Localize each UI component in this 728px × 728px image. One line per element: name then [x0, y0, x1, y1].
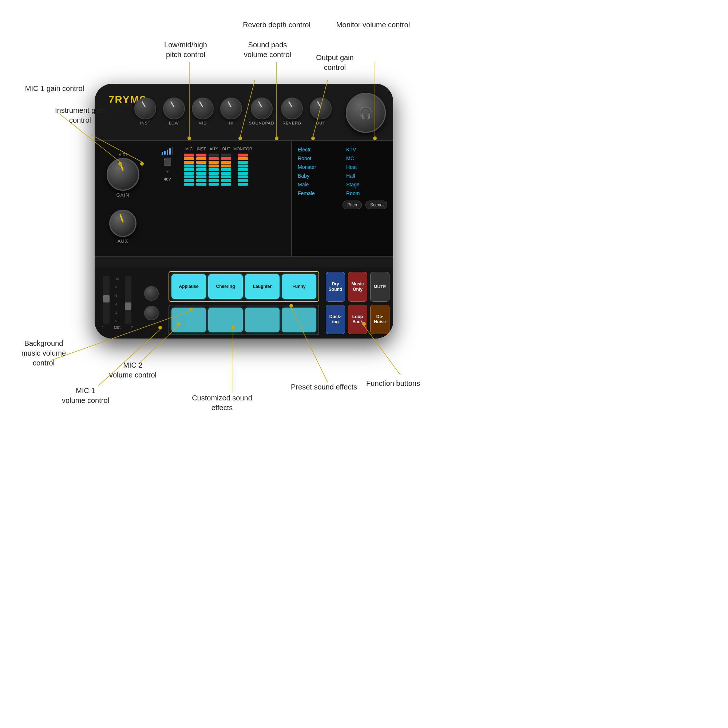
middle-section: MIC1 GAIN AUX ⬛ ✦	[95, 140, 393, 257]
small-knob-2[interactable]	[144, 306, 159, 320]
scene-button[interactable]: Scene	[366, 200, 387, 209]
monitor-knob[interactable]: 🎧	[346, 93, 386, 133]
custom-pad-3[interactable]	[245, 307, 280, 332]
ve-room[interactable]: Room	[346, 190, 387, 197]
inst-knob[interactable]	[134, 98, 156, 119]
annotation-mic2-vol: MIC 2volume control	[102, 360, 164, 380]
aux-bars	[209, 154, 219, 186]
annotation-reverb: Reverb depth control	[233, 20, 320, 30]
preset-pads-row: Applause Cheering Laughter Funny	[168, 271, 319, 302]
knob-hi[interactable]: HI	[220, 98, 242, 125]
knob-low[interactable]: LOW	[163, 98, 185, 125]
fader-2[interactable]	[125, 276, 132, 324]
pad-funny[interactable]: Funny	[282, 274, 316, 299]
mic1-aux-area: MIC1 GAIN AUX	[95, 141, 151, 256]
mic1-label-text: MIC1	[119, 153, 127, 157]
meter-monitor: MONITOR	[233, 147, 252, 186]
ve-male[interactable]: Male	[298, 181, 339, 188]
gain-label: GAIN	[116, 192, 130, 198]
ve-mc[interactable]: MC	[346, 155, 387, 162]
knob-reverb[interactable]: REVERB	[281, 98, 303, 125]
mid-knob[interactable]	[192, 98, 214, 119]
vu-meters-area: MIC INST	[184, 141, 291, 256]
bg-music-knob[interactable]	[144, 286, 159, 301]
low-knob[interactable]	[163, 98, 185, 119]
knob-out[interactable]: OUT	[310, 98, 332, 125]
mic-fader-label: MIC	[114, 326, 121, 330]
battery-icon: ⬛	[164, 158, 171, 166]
knob-row: INST LOW MID HI SOUNDPAD REVERB OUT	[131, 98, 335, 125]
fader1-label: 1	[102, 326, 104, 330]
hi-knob[interactable]	[220, 98, 242, 119]
status-indicators: ⬛ ✦ 48V	[151, 141, 184, 256]
headphone-icon: 🎧	[359, 106, 373, 120]
func-denoise[interactable]: De-Noise	[370, 305, 390, 335]
pad-laughter[interactable]: Laughter	[245, 274, 280, 299]
faders-area: 10 8 6 4 2 0 1 MIC 2	[95, 268, 166, 338]
function-buttons-area: DrySound MusicOnly MUTE Duck-ing LoopBac…	[322, 268, 393, 338]
pitch-button[interactable]: Pitch	[343, 200, 362, 209]
ve-monster[interactable]: Monster	[298, 164, 339, 171]
annotation-preset-sfx: Preset sound effects	[284, 382, 364, 392]
fader2-label: 2	[131, 326, 133, 330]
meter-mic: MIC	[184, 147, 194, 186]
annotation-soundpads-vol: Sound padsvolume control	[233, 40, 302, 60]
knob-mid[interactable]: MID	[192, 98, 214, 125]
ve-electr[interactable]: Electr.	[298, 146, 339, 153]
annotation-mic1-gain: MIC 1 gain control	[22, 84, 87, 93]
device-body: 7RYMS INST LOW MID HI SOUNDPAD REVERB	[95, 84, 393, 338]
knob-soundpad[interactable]: SOUNDPAD	[249, 98, 274, 125]
voice-effects-grid: Electr. KTV Robot MC Monster Host Baby H…	[298, 146, 387, 197]
annotation-bg-music: Backgroundmusic volumecontrol	[11, 338, 76, 368]
ve-host[interactable]: Host	[346, 164, 387, 171]
custom-pad-4[interactable]	[282, 307, 316, 332]
ve-stage[interactable]: Stage	[346, 181, 387, 188]
meter-out: OUT	[221, 147, 231, 186]
pad-applause[interactable]: Applause	[171, 274, 206, 299]
bluetooth-icon: ✦	[166, 169, 169, 174]
annotation-inst-gain: Instrument gaincontrol	[47, 106, 113, 125]
func-mute[interactable]: MUTE	[370, 272, 390, 302]
func-dry-sound[interactable]: DrySound	[326, 272, 345, 302]
custom-pad-1[interactable]	[171, 307, 206, 332]
out-bars	[221, 154, 231, 186]
inst-bars	[196, 154, 206, 186]
voice-effects-display: Electr. KTV Robot MC Monster Host Baby H…	[291, 141, 393, 256]
func-music-only[interactable]: MusicOnly	[348, 272, 367, 302]
ve-hall[interactable]: Hall	[346, 172, 387, 179]
ve-baby[interactable]: Baby	[298, 172, 339, 179]
soundpad-knob[interactable]	[251, 98, 273, 119]
fader-1[interactable]	[103, 276, 110, 324]
reverb-knob[interactable]	[281, 98, 303, 119]
custom-pad-2[interactable]	[208, 307, 243, 332]
func-loopback[interactable]: LoopBack	[348, 305, 367, 335]
custom-pads-row	[168, 305, 319, 335]
mic1-gain-knob[interactable]	[107, 158, 139, 191]
annotation-monitor-vol: Monitor volume control	[331, 20, 415, 30]
aux-knob[interactable]	[109, 210, 136, 237]
bottom-section: 10 8 6 4 2 0 1 MIC 2	[95, 268, 393, 338]
ve-robot[interactable]: Robot	[298, 155, 339, 162]
func-ducking[interactable]: Duck-ing	[326, 305, 345, 335]
monitor-bars	[238, 154, 248, 186]
aux-label: AUX	[118, 239, 128, 244]
annotation-mic1-vol: MIC 1volume control	[55, 386, 116, 405]
meter-inst: INST	[196, 147, 206, 186]
ve-ktv[interactable]: KTV	[346, 146, 387, 153]
ve-female[interactable]: Female	[298, 190, 339, 197]
mic-bars	[184, 154, 194, 186]
out-knob[interactable]	[310, 98, 332, 119]
annotation-custom-sfx: Customized sound effects	[182, 393, 262, 413]
sound-pads-area: Applause Cheering Laughter Funny	[166, 268, 322, 338]
knob-inst[interactable]: INST	[134, 98, 156, 125]
meter-aux: AUX	[209, 147, 219, 186]
v48-label: 48V	[164, 177, 171, 181]
annotation-pitch: Low/mid/highpitch control	[153, 40, 219, 60]
annotation-func-buttons: Function buttons	[357, 379, 430, 388]
annotation-output-gain: Output gaincontrol	[302, 53, 368, 72]
pad-cheering[interactable]: Cheering	[208, 274, 243, 299]
